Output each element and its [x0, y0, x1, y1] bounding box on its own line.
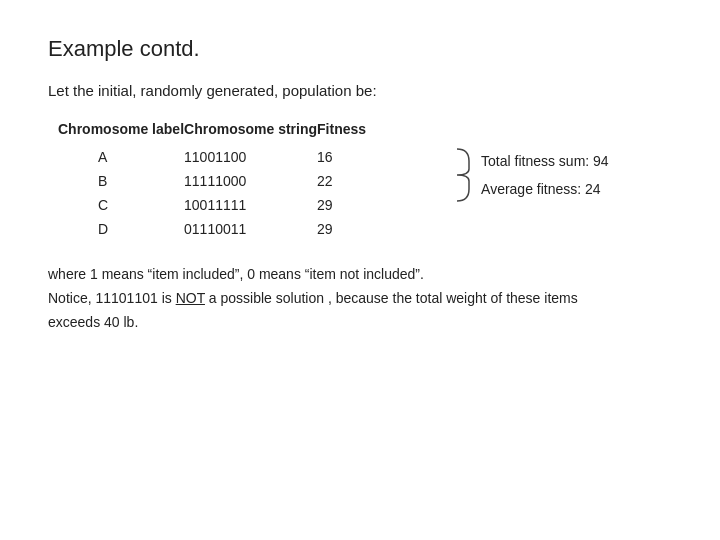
row-a-label: A	[58, 145, 184, 169]
subtitle-text: Let the initial, randomly generated, pop…	[48, 82, 672, 99]
col-header-fitness: Fitness	[317, 117, 437, 145]
row-c-string: 10011111	[184, 193, 317, 217]
row-d-string: 01110011	[184, 217, 317, 241]
data-table-container: Chromosome label Chromosome string Fitne…	[58, 117, 672, 241]
right-brace-icon	[455, 147, 471, 203]
page-container: Example contd. Let the initial, randomly…	[0, 0, 720, 364]
table-row: A 11001100 16	[58, 145, 437, 169]
total-fitness-note: Total fitness sum: 94	[475, 153, 609, 169]
row-b-string: 11111000	[184, 169, 317, 193]
row-d-label: D	[58, 217, 184, 241]
row-c-label: C	[58, 193, 184, 217]
not-underline: NOT	[176, 290, 205, 306]
row-b-fitness: 22	[317, 169, 437, 193]
notes-text-group: Total fitness sum: 94 Average fitness: 2…	[471, 147, 609, 203]
col-header-label: Chromosome label	[58, 117, 184, 145]
table-with-notes: Chromosome label Chromosome string Fitne…	[58, 117, 672, 241]
row-a-string: 11001100	[184, 145, 317, 169]
col-header-string: Chromosome string	[184, 117, 317, 145]
page-title: Example contd.	[48, 36, 672, 62]
table-row: B 11111000 22	[58, 169, 437, 193]
table-row: D 01110011 29	[58, 217, 437, 241]
average-fitness-note: Average fitness: 24	[475, 181, 609, 197]
footnotes-section: where 1 means “item included”, 0 means “…	[48, 263, 672, 334]
row-a-fitness: 16	[317, 145, 437, 169]
row-c-fitness: 29	[317, 193, 437, 217]
brace-total: Total fitness sum: 94 Average fitness: 2…	[455, 147, 609, 203]
row-b-label: B	[58, 169, 184, 193]
notes-column: Total fitness sum: 94 Average fitness: 2…	[437, 117, 609, 205]
row-d-fitness: 29	[317, 217, 437, 241]
table-row: C 10011111 29	[58, 193, 437, 217]
chromosome-table: Chromosome label Chromosome string Fitne…	[58, 117, 437, 241]
footnote-1: where 1 means “item included”, 0 means “…	[48, 263, 672, 287]
footnote-2-text: Notice, 11101101 is NOT a possible solut…	[48, 290, 578, 306]
footnote-2: Notice, 11101101 is NOT a possible solut…	[48, 287, 672, 311]
footnote-3: exceeds 40 lb.	[48, 311, 672, 335]
